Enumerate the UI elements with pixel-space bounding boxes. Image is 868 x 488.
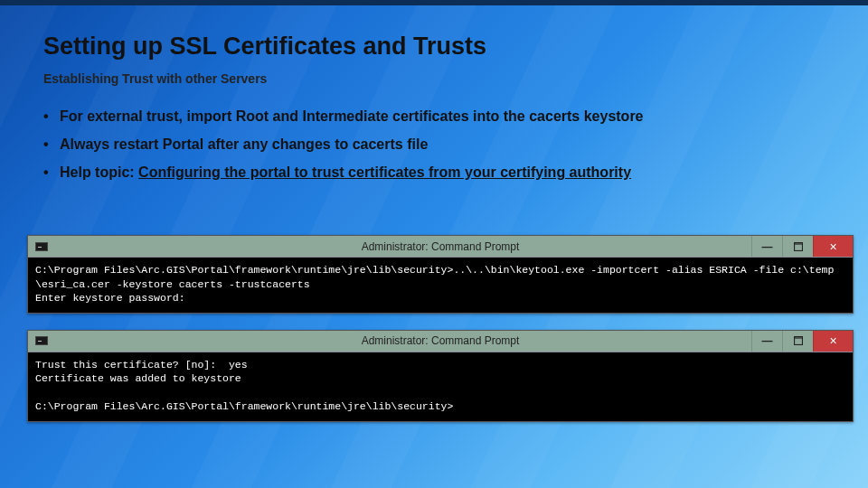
help-topic-label: Help topic: [60, 164, 138, 180]
console2-line4: C:\Program Files\Arc.GIS\Portal\framewor… [35, 400, 453, 412]
close-button[interactable]: × [813, 331, 853, 352]
bullet-item-3: Help topic: Configuring the portal to tr… [43, 162, 841, 184]
maximize-button[interactable] [782, 236, 813, 257]
maximize-button[interactable] [782, 331, 813, 352]
cmd-title-2: Administrator: Command Prompt [28, 334, 853, 347]
cmd-icon [35, 242, 48, 251]
slide-top-bar [0, 0, 868, 5]
console-area: Administrator: Command Prompt — × C:\Pro… [27, 235, 854, 438]
bullet-list: For external trust, import Root and Inte… [43, 106, 841, 183]
minimize-button[interactable]: — [751, 331, 782, 352]
cmd-console-2: Trust this certificate? [no]: yes Certif… [28, 352, 853, 421]
window-controls-1: — × [751, 236, 853, 257]
help-topic-link[interactable]: Configuring the portal to trust certific… [138, 164, 631, 180]
bullet-item-2: Always restart Portal after any changes … [43, 134, 841, 156]
cmd-icon [35, 336, 48, 345]
console1-line2: Enter keystore password: [35, 292, 185, 304]
cmd-window-2: Administrator: Command Prompt — × Trust … [27, 330, 854, 422]
console2-line3 [35, 387, 42, 399]
slide-subtitle: Establishing Trust with other Servers [43, 71, 841, 86]
console1-line1: C:\Program Files\Arc.GIS\Portal\framewor… [35, 264, 834, 290]
cmd-titlebar-2: Administrator: Command Prompt — × [28, 331, 853, 352]
cmd-console-1: C:\Program Files\Arc.GIS\Portal\framewor… [28, 258, 853, 313]
slide-title: Setting up SSL Certificates and Trusts [43, 33, 841, 61]
console2-line1: Trust this certificate? [no]: yes [35, 359, 248, 371]
close-button[interactable]: × [813, 236, 853, 257]
cmd-window-1: Administrator: Command Prompt — × C:\Pro… [27, 235, 854, 314]
cmd-title-1: Administrator: Command Prompt [28, 240, 853, 253]
cmd-titlebar-1: Administrator: Command Prompt — × [28, 236, 853, 258]
window-controls-2: — × [751, 331, 853, 352]
minimize-button[interactable]: — [751, 236, 782, 257]
bullet-item-1: For external trust, import Root and Inte… [43, 106, 841, 128]
slide-content: Setting up SSL Certificates and Trusts E… [43, 33, 841, 189]
console2-line2: Certificate was added to keystore [35, 372, 241, 384]
